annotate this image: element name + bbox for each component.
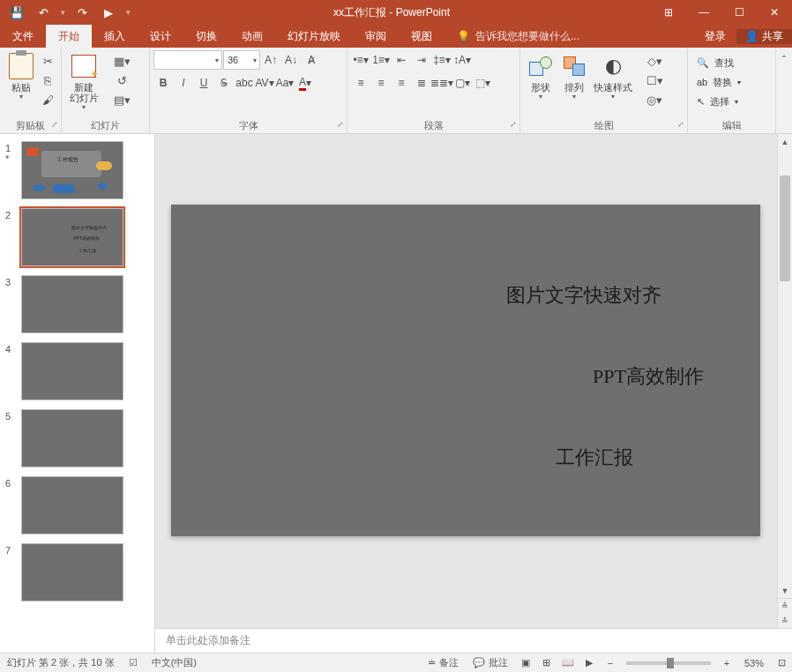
columns-button[interactable]: ≣≣▾ — [432, 73, 452, 93]
startshow-button[interactable]: ▶ — [97, 2, 120, 23]
tab-design[interactable]: 设计 — [138, 25, 183, 48]
line-spacing-button[interactable]: ‡≡▾ — [432, 50, 452, 70]
slide-counter[interactable]: 幻灯片 第 2 张，共 10 张 — [0, 653, 122, 672]
slide-text-line1[interactable]: 图片文字快速对齐 — [506, 282, 661, 309]
shapes-button[interactable]: 形状 ▾ — [524, 50, 557, 101]
zoom-slider[interactable] — [626, 661, 711, 665]
increase-font-button[interactable]: A↑ — [261, 50, 280, 70]
close-button[interactable]: ✕ — [757, 0, 792, 25]
arrange-button[interactable]: 排列 ▾ — [557, 50, 591, 101]
language-button[interactable]: 中文(中国) — [145, 653, 204, 672]
slide-canvas-viewport[interactable]: 图片文字快速对齐 PPT高效制作 工作汇报 ▲ ▼ ≜ ≛ — [155, 134, 792, 628]
decrease-font-button[interactable]: A↓ — [281, 50, 301, 70]
redo-button[interactable]: ↷ — [71, 2, 93, 23]
next-slide-button[interactable]: ≛ — [778, 613, 792, 628]
slide-thumb-4[interactable]: 4 — [0, 340, 154, 407]
text-direction-button[interactable]: ↕A▾ — [452, 50, 472, 70]
font-color-button[interactable]: A▾ — [295, 73, 315, 93]
italic-button[interactable]: I — [174, 73, 193, 93]
slide-canvas[interactable]: 图片文字快速对齐 PPT高效制作 工作汇报 — [171, 205, 760, 536]
vertical-scrollbar[interactable]: ▲ ▼ ≜ ≛ — [777, 134, 792, 628]
slide-thumb-3[interactable]: 3 — [0, 273, 154, 340]
ribbon-options-button[interactable]: ⊞ — [651, 0, 686, 25]
char-spacing-button[interactable]: AV▾ — [255, 73, 274, 93]
quick-styles-button[interactable]: ◐ 快速样式 ▾ — [591, 50, 635, 101]
align-center-button[interactable]: ≡ — [371, 73, 391, 93]
share-button[interactable]: 👤 共享 — [736, 29, 792, 44]
font-size-combo[interactable]: 36▾ — [223, 50, 260, 70]
normal-view-button[interactable]: ▣ — [515, 653, 536, 673]
zoom-out-button[interactable]: − — [600, 653, 621, 673]
fit-window-button[interactable]: ⊡ — [771, 653, 792, 673]
undo-button[interactable]: ↶ — [32, 2, 55, 23]
align-left-button[interactable]: ≡ — [351, 73, 370, 93]
bullets-button[interactable]: •≡▾ — [351, 50, 370, 70]
numbering-button[interactable]: 1≡▾ — [371, 50, 391, 70]
slideshow-view-button[interactable]: ▶ — [579, 653, 600, 673]
tab-view[interactable]: 视图 — [399, 25, 445, 48]
format-painter-button[interactable]: 🖌 — [38, 91, 57, 108]
tab-review[interactable]: 审阅 — [353, 25, 399, 48]
decrease-indent-button[interactable]: ⇤ — [392, 50, 411, 70]
strike-button[interactable]: S̶ — [214, 73, 234, 93]
change-case-button[interactable]: Aa▾ — [275, 73, 295, 93]
slide-thumbnail-pane[interactable]: 1* 工作报告 2 图片文字快速对齐 PPT高效制作 工作汇报 3 4 5 — [0, 134, 155, 653]
slide-thumb-7[interactable]: 7 — [0, 541, 154, 609]
scroll-up-button[interactable]: ▲ — [778, 134, 792, 149]
align-text-button[interactable]: ▢▾ — [452, 73, 472, 93]
qat-customize[interactable]: ▾ — [123, 8, 132, 17]
save-button[interactable]: 💾 — [5, 2, 28, 23]
layout-button[interactable]: ▦▾ — [104, 52, 139, 70]
notes-pane[interactable]: 单击此处添加备注 — [155, 628, 792, 653]
align-right-button[interactable]: ≡ — [392, 73, 411, 93]
select-button[interactable]: ↖选择▾ — [691, 92, 743, 111]
slide-thumb-2[interactable]: 2 图片文字快速对齐 PPT高效制作 工作汇报 — [0, 206, 154, 273]
font-name-combo[interactable]: ▾ — [153, 50, 222, 70]
slide-thumb-5[interactable]: 5 — [0, 407, 154, 474]
smartart-button[interactable]: ⬚▾ — [473, 73, 492, 93]
copy-button[interactable]: ⎘ — [38, 71, 57, 89]
slide-text-line2[interactable]: PPT高效制作 — [593, 363, 704, 390]
dialog-launcher-icon[interactable]: ⤢ — [677, 120, 684, 129]
collapse-ribbon-button[interactable]: ˆ — [776, 51, 792, 71]
sorter-view-button[interactable]: ⊞ — [536, 653, 557, 673]
spellcheck-button[interactable]: ☑ — [122, 653, 145, 672]
tell-me-search[interactable]: 💡 告诉我您想要做什么... — [445, 25, 579, 48]
slide-thumb-6[interactable]: 6 — [0, 474, 154, 541]
shape-effects-button[interactable]: ◎▾ — [637, 91, 672, 108]
new-slide-button[interactable]: 新建 幻灯片 ▾ — [65, 50, 102, 111]
reading-view-button[interactable]: 📖 — [557, 653, 579, 673]
scroll-thumb[interactable] — [780, 175, 790, 281]
comments-toggle[interactable]: 💬批注 — [466, 653, 515, 672]
shape-fill-button[interactable]: ◇▾ — [637, 52, 672, 70]
tab-home[interactable]: 开始 — [46, 25, 92, 48]
prev-slide-button[interactable]: ≜ — [778, 598, 792, 613]
zoom-level[interactable]: 53% — [737, 653, 771, 672]
tab-slideshow[interactable]: 幻灯片放映 — [275, 25, 353, 48]
slide-text-line3[interactable]: 工作汇报 — [556, 444, 633, 471]
dialog-launcher-icon[interactable]: ⤢ — [51, 120, 58, 129]
tab-insert[interactable]: 插入 — [92, 25, 138, 48]
notes-toggle[interactable]: ≐备注 — [421, 653, 466, 672]
reset-button[interactable]: ↺ — [104, 71, 139, 89]
justify-button[interactable]: ≣ — [412, 73, 431, 93]
shape-outline-button[interactable]: ☐▾ — [637, 71, 672, 89]
zoom-in-button[interactable]: + — [716, 653, 737, 673]
replace-button[interactable]: ab替换▾ — [691, 72, 746, 92]
cut-button[interactable]: ✂ — [38, 52, 57, 70]
tab-animations[interactable]: 动画 — [229, 25, 275, 48]
zoom-knob[interactable] — [667, 658, 674, 668]
bold-button[interactable]: B — [153, 73, 173, 93]
find-button[interactable]: 🔍查找 — [691, 53, 739, 72]
qat-undo-more[interactable]: ▾ — [58, 8, 67, 17]
increase-indent-button[interactable]: ⇥ — [412, 50, 431, 70]
minimize-button[interactable]: — — [686, 0, 721, 25]
scroll-down-button[interactable]: ▼ — [778, 583, 792, 598]
maximize-button[interactable]: ☐ — [721, 0, 757, 25]
shadow-button[interactable]: abc — [235, 73, 254, 93]
slide-thumb-1[interactable]: 1* 工作报告 — [0, 139, 154, 206]
underline-button[interactable]: U — [194, 73, 213, 93]
dialog-launcher-icon[interactable]: ⤢ — [337, 120, 344, 129]
tab-file[interactable]: 文件 — [0, 25, 46, 48]
clear-format-button[interactable]: A̷ — [302, 50, 321, 70]
